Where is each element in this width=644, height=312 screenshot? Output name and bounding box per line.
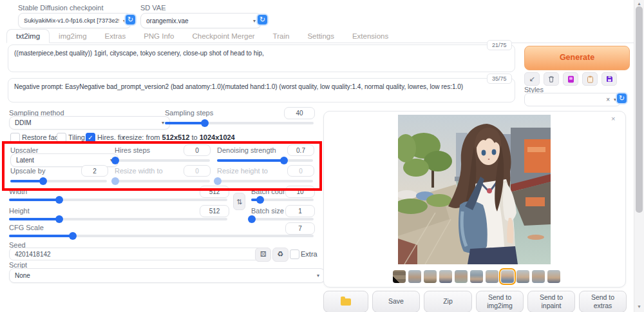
extra-networks-card-icon xyxy=(567,75,574,83)
tab-img2img[interactable]: img2img xyxy=(50,30,95,43)
hires-steps-input[interactable] xyxy=(184,144,211,156)
checkpoint-value: SukiyakiMix-v1.0-fp16.ckpt [7373e2927c] xyxy=(24,17,119,24)
batch-count-slider[interactable] xyxy=(251,196,314,204)
checkpoint-dropdown[interactable]: SukiyakiMix-v1.0-fp16.ckpt [7373e2927c] … xyxy=(18,13,131,28)
close-gallery-icon[interactable]: × xyxy=(610,113,616,124)
refresh-styles-button[interactable]: ↻ xyxy=(616,92,628,104)
negative-prompt-input[interactable]: Negative prompt: EasyNegative bad_prompt… xyxy=(8,78,515,102)
styles-dropdown[interactable]: × ▾ xyxy=(524,93,621,106)
gallery-thumbnail[interactable] xyxy=(408,270,421,283)
extra-seed-label: Extra xyxy=(301,250,317,258)
seed-input[interactable] xyxy=(9,248,270,260)
prompt-input[interactable]: ((masterpiece,best quality)) 1girl, city… xyxy=(8,44,515,72)
tab-txt2img[interactable]: txt2img xyxy=(6,29,50,43)
chevron-down-icon: ▾ xyxy=(253,18,256,24)
gallery-thumbnail-strip xyxy=(393,270,560,283)
sampling-steps-input[interactable] xyxy=(284,107,315,119)
upscale-by-slider[interactable] xyxy=(10,177,107,185)
scroll-down-icon[interactable]: ▼ xyxy=(637,304,641,309)
gallery-thumbnail[interactable] xyxy=(393,270,406,283)
refresh-checkpoints-button[interactable]: ↻ xyxy=(124,14,137,26)
save-button[interactable]: Save xyxy=(372,291,420,312)
generate-button[interactable]: Generate xyxy=(524,46,630,70)
recycle-icon: ♻ xyxy=(278,250,284,258)
tiling-checkbox[interactable] xyxy=(57,133,66,142)
upscale-by-input[interactable] xyxy=(81,165,108,177)
resize-width-input[interactable] xyxy=(184,165,211,177)
denoising-strength-slider[interactable] xyxy=(217,157,313,164)
clear-styles-icon[interactable]: × xyxy=(606,96,610,103)
refresh-vae-button[interactable]: ↻ xyxy=(256,14,269,26)
floppy-save-icon xyxy=(606,75,613,83)
chevron-down-icon: ▾ xyxy=(162,120,164,126)
denoising-strength-label: Denoising strength xyxy=(217,146,276,154)
tab-settings[interactable]: Settings xyxy=(298,30,343,43)
generated-image[interactable] xyxy=(398,115,551,264)
apply-styles-button[interactable] xyxy=(582,72,598,86)
hires-fix-checkbox[interactable]: ✓ xyxy=(86,133,95,142)
send-to-extras-button[interactable]: Send to extras xyxy=(579,291,627,312)
tab-png-info[interactable]: PNG Info xyxy=(135,30,183,43)
resize-height-input[interactable] xyxy=(287,165,314,177)
paste-arrow-icon: ↙ xyxy=(529,75,535,83)
sampling-method-value: DDIM xyxy=(15,119,158,126)
page-scrollbar[interactable]: ▲ ▼ xyxy=(634,0,644,312)
gallery-thumbnail[interactable] xyxy=(547,270,560,283)
upscaler-value: Latent xyxy=(16,157,106,164)
width-label: Width xyxy=(9,188,27,195)
hires-steps-slider[interactable] xyxy=(115,157,210,164)
gallery-thumbnail[interactable] xyxy=(424,270,437,283)
sampling-method-dropdown[interactable]: DDIM ▾ xyxy=(9,116,170,130)
gallery-thumbnail[interactable] xyxy=(516,270,529,283)
cfg-scale-slider[interactable] xyxy=(9,232,314,240)
scrollbar-thumb[interactable] xyxy=(636,6,643,213)
paste-params-button[interactable]: ↙ xyxy=(524,72,540,86)
gallery-thumbnail[interactable] xyxy=(486,270,498,283)
tab-train[interactable]: Train xyxy=(264,30,299,43)
denoising-strength-input[interactable] xyxy=(287,144,314,156)
negative-prompt-token-counter: 35/75 xyxy=(487,73,512,84)
checkpoint-label: Stable Diffusion checkpoint xyxy=(18,4,104,12)
chevron-down-icon: ▾ xyxy=(317,273,319,278)
tab-checkpoint-merger[interactable]: Checkpoint Merger xyxy=(183,30,263,43)
gallery-thumbnail[interactable] xyxy=(455,270,468,283)
height-slider[interactable] xyxy=(9,215,227,223)
extra-seed-checkbox[interactable] xyxy=(290,249,299,259)
extra-networks-button[interactable] xyxy=(563,72,578,86)
gallery-thumbnail[interactable] xyxy=(470,270,483,283)
hires-resize-info: resize: from 512x512 to 1024x1024 xyxy=(123,133,235,141)
resize-width-slider[interactable] xyxy=(115,177,210,185)
gallery-thumbnail-selected[interactable] xyxy=(501,270,514,283)
random-seed-button[interactable]: ⚄ xyxy=(255,248,271,262)
height-label: Height xyxy=(9,207,30,215)
zip-button[interactable]: Zip xyxy=(424,291,472,312)
sampling-steps-slider[interactable] xyxy=(165,119,314,127)
save-style-button[interactable] xyxy=(601,72,617,86)
sampling-steps-label: Sampling steps xyxy=(165,109,213,117)
gallery-thumbnail[interactable] xyxy=(439,270,452,283)
tab-extras[interactable]: Extras xyxy=(96,30,135,43)
vae-dropdown[interactable]: orangemix.vae ▾ xyxy=(140,13,261,28)
gallery-thumbnail[interactable] xyxy=(532,270,545,283)
script-dropdown[interactable]: None ▾ xyxy=(9,268,325,283)
script-value: None xyxy=(15,272,313,279)
reuse-seed-button[interactable]: ♻ xyxy=(272,248,289,262)
width-slider[interactable] xyxy=(9,196,227,204)
batch-count-label: Batch count xyxy=(251,188,289,195)
restore-faces-checkbox[interactable] xyxy=(10,133,20,142)
resize-height-slider[interactable] xyxy=(217,177,313,185)
send-to-inpaint-button[interactable]: Send to inpaint xyxy=(527,291,575,312)
swap-width-height-button[interactable]: ⇅ xyxy=(233,193,245,210)
vae-label: SD VAE xyxy=(140,4,166,12)
tab-extensions[interactable]: Extensions xyxy=(343,30,397,43)
prompt-token-counter: 21/75 xyxy=(487,40,512,50)
send-to-img2img-button[interactable]: Send to img2img xyxy=(476,291,524,312)
scroll-up-icon[interactable]: ▲ xyxy=(637,1,641,6)
refresh-icon: ↻ xyxy=(260,15,265,23)
hires-fix-label: Hires. fix xyxy=(97,133,125,141)
check-icon: ✓ xyxy=(88,134,93,141)
open-folder-button[interactable] xyxy=(323,291,368,312)
swap-icon: ⇅ xyxy=(236,198,242,206)
clear-prompt-button[interactable] xyxy=(544,72,559,86)
refresh-icon: ↻ xyxy=(128,15,133,23)
